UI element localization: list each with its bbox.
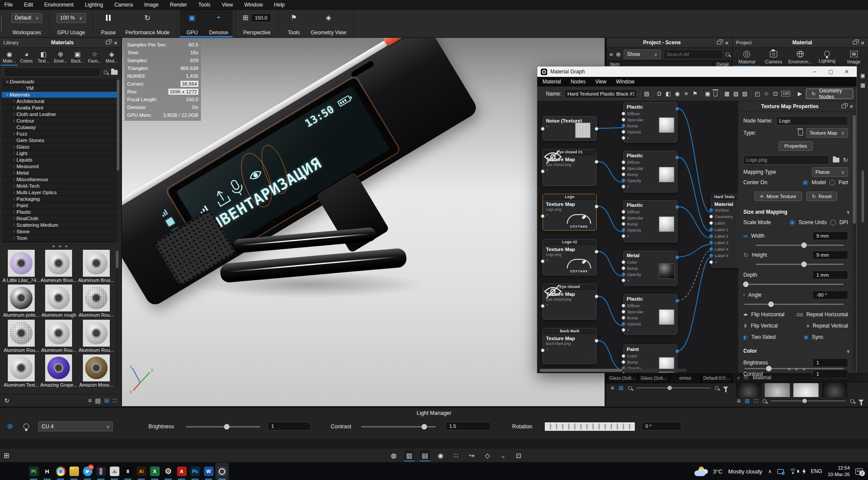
measure-icon[interactable]: ⚑: [692, 91, 698, 96]
node-port[interactable]: Geometry: [711, 213, 737, 220]
material-thumbnail[interactable]: Aluminum rough: [40, 285, 77, 318]
node-texture-map-logo[interactable]: Logo Texture Map Logo.png + СПУТНИК: [542, 194, 597, 231]
node-port-dot[interactable]: [621, 179, 625, 182]
gpu-usage-dropdown[interactable]: 100 %: [56, 13, 85, 23]
tree-item[interactable]: › Cloth and Leather: [2, 111, 117, 118]
tree-item[interactable]: › Glass: [2, 144, 117, 150]
denoise-toggle[interactable]: ◓ Denoise: [205, 10, 233, 37]
tree-expander-icon[interactable]: ›: [11, 210, 16, 214]
width-slider[interactable]: [756, 245, 844, 246]
node-input-port[interactable]: [541, 348, 545, 352]
detail-view-icon[interactable]: ▤: [95, 397, 101, 404]
taskbar-app[interactable]: [215, 463, 229, 480]
tree-item[interactable]: Cutaway: [2, 124, 117, 131]
minimize-button[interactable]: –: [808, 69, 821, 75]
material-name-input[interactable]: [564, 89, 637, 99]
move-texture-button[interactable]: ✛Move Texture: [754, 192, 802, 201]
material-tab[interactable]: Default:0:0:...: [701, 373, 733, 383]
tree-expander-icon[interactable]: ∨: [4, 93, 10, 97]
library-tab[interactable]: ⊕ Envir...: [52, 49, 69, 66]
light-brightness-value[interactable]: 1: [267, 422, 311, 430]
focal-length-field[interactable]: 150.0: [251, 13, 271, 22]
center-model-radio[interactable]: [802, 180, 808, 185]
tools-button[interactable]: ⚑ Tools: [281, 10, 306, 37]
node-output-port[interactable]: [595, 295, 598, 298]
taskbar-app[interactable]: [13, 463, 27, 480]
library-search-input[interactable]: [3, 67, 100, 77]
node-port[interactable]: +: [711, 259, 737, 265]
height-slider[interactable]: [756, 264, 844, 265]
delete-node-icon[interactable]: [798, 130, 803, 136]
dock-panel-icon[interactable]: ▣: [860, 73, 865, 78]
node-plastic-3[interactable]: Plastic Diffuse Specular Bump Opacity +: [623, 200, 677, 242]
environment-light-icon[interactable]: ⊕: [7, 423, 13, 430]
bottom-toolbar-icon[interactable]: ▤: [420, 450, 430, 461]
reset-button[interactable]: ↻Reset: [806, 192, 837, 201]
list-view-icon[interactable]: ≡: [88, 397, 92, 404]
node-port[interactable]: Label: [711, 220, 737, 226]
tree-expander-icon[interactable]: ›: [11, 177, 16, 182]
depth-value[interactable]: 1 mm: [812, 271, 848, 279]
node-output-port[interactable]: [675, 205, 679, 209]
node-port[interactable]: Diffuse: [624, 110, 677, 116]
search-icon[interactable]: [104, 70, 108, 74]
project-tab[interactable]: Material: [733, 49, 760, 67]
node-output-port[interactable]: [675, 107, 679, 111]
node-port-dot[interactable]: [709, 228, 713, 232]
zoom-out-icon[interactable]: [763, 399, 766, 403]
node-port-dot[interactable]: [621, 354, 625, 358]
collapse-section-icon[interactable]: [847, 209, 850, 215]
center-graph-icon[interactable]: ⊕: [763, 91, 769, 96]
duplicate-icon[interactable]: ▣: [705, 91, 711, 96]
light-rotation-slider[interactable]: [545, 422, 635, 431]
delete-icon[interactable]: [713, 91, 717, 96]
graph-menu-item[interactable]: Window: [616, 79, 635, 85]
material-thumbnail[interactable]: Amazing Grape...: [40, 354, 77, 388]
tree-expander-icon[interactable]: ›: [11, 132, 16, 136]
node-canvas[interactable]: Noise (Texture) + Eye closed #1 Texture …: [537, 101, 738, 373]
node-port[interactable]: Label 5: [711, 252, 737, 259]
dpi-radio[interactable]: [830, 220, 836, 225]
float-panel-icon[interactable]: [106, 41, 110, 44]
tree-item[interactable]: › Miscellaneous: [2, 176, 117, 183]
material-swatch[interactable]: [736, 383, 761, 397]
geometry-nodes-button[interactable]: ↻ Geometry Nodes: [806, 89, 853, 99]
menu-item[interactable]: Image: [144, 2, 158, 8]
menu-item[interactable]: Lighting: [85, 2, 103, 8]
light-bulb-icon[interactable]: [23, 424, 29, 429]
import-folder-icon[interactable]: [111, 70, 118, 75]
tree-item[interactable]: › Axalta Paint: [2, 105, 117, 111]
tree-item[interactable]: › Plastic: [2, 209, 117, 215]
node-port[interactable]: Label 2: [711, 233, 737, 239]
history-icon[interactable]: ◉: [674, 91, 680, 96]
graph-menu-item[interactable]: View: [595, 79, 606, 85]
node-name-input[interactable]: [776, 116, 848, 126]
filter-icon[interactable]: [723, 387, 728, 390]
node-output-port[interactable]: [675, 255, 679, 259]
bottom-toolbar-icon[interactable]: ⊡: [513, 450, 524, 461]
node-port-dot[interactable]: [621, 360, 625, 364]
node-port-dot[interactable]: [621, 328, 625, 332]
material-tab[interactable]: emiss: [670, 373, 701, 383]
tree-expander-icon[interactable]: ›: [11, 197, 16, 201]
zoom-out-icon[interactable]: [628, 386, 632, 390]
tree-expander-icon[interactable]: ›: [11, 216, 16, 221]
bottom-toolbar-icon[interactable]: ◇: [482, 450, 493, 461]
taskbar-app[interactable]: [54, 463, 67, 480]
node-port-dot[interactable]: [621, 372, 625, 374]
node-port-dot[interactable]: [709, 234, 713, 238]
tree-item[interactable]: › Mold-Tech: [2, 183, 117, 189]
window-titlebar[interactable]: Material Graph – ▢ ✕: [537, 66, 857, 77]
tree-item[interactable]: YM: [2, 85, 117, 92]
repeat-horizontal-toggle[interactable]: Repeat Horizontal: [806, 311, 848, 318]
tree-item[interactable]: › Toon: [2, 235, 117, 242]
show-animations-icon[interactable]: ▨: [742, 91, 748, 96]
menu-item[interactable]: Render: [170, 2, 187, 8]
repeat-vertical-toggle[interactable]: Repeat Vertical: [813, 323, 848, 329]
node-port-dot[interactable]: [709, 208, 713, 212]
fit-view-icon[interactable]: ⊡: [772, 91, 778, 96]
tree-view-icon[interactable]: ∷: [754, 398, 758, 404]
zoom-in-icon[interactable]: [850, 399, 854, 403]
node-port-dot[interactable]: [621, 130, 625, 134]
node-port-dot[interactable]: [621, 310, 625, 314]
